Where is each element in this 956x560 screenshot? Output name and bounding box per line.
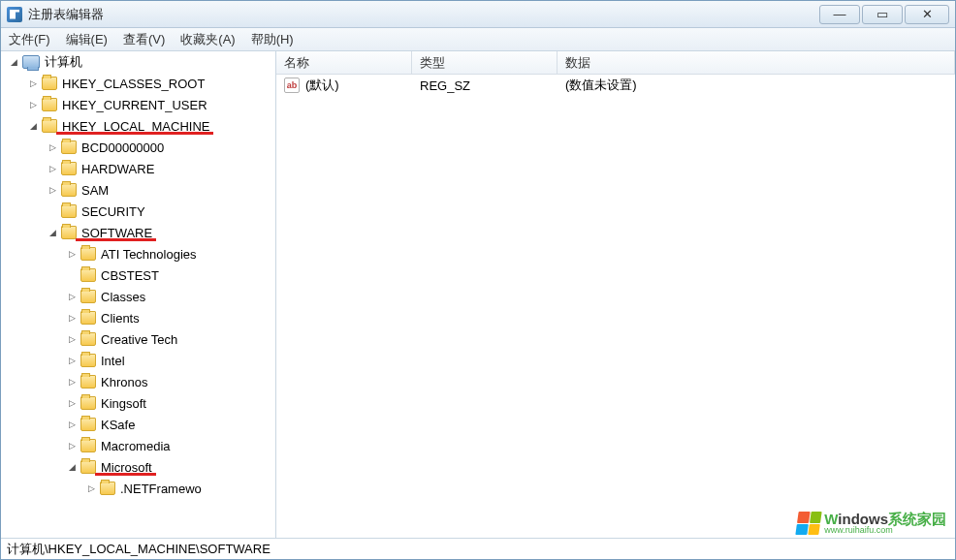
node-label-kingsoft: Kingsoft	[101, 396, 146, 411]
node-label-sam: SAM	[81, 183, 109, 198]
statusbar-path: 计算机\HKEY_LOCAL_MACHINE\SOFTWARE	[7, 541, 271, 558]
tree-node-ati[interactable]: ▷ ATI Technologies	[1, 243, 275, 264]
tree-node-software[interactable]: ◢ SOFTWARE	[1, 222, 275, 243]
expander-open-icon[interactable]: ◢	[26, 119, 40, 133]
folder-icon	[80, 354, 96, 367]
watermark-text: Windows系统家园 www.ruihaifu.com	[824, 512, 946, 535]
folder-icon	[80, 311, 96, 325]
watermark-cn: 系统家园	[888, 511, 946, 527]
tree-node-ksafe[interactable]: ▷ KSafe	[1, 414, 275, 435]
expander-open-icon[interactable]: ◢	[7, 55, 20, 69]
expander-closed-icon[interactable]: ▷	[65, 439, 79, 452]
tree-panel: ◢ 计算机 ▷ HKEY_CLASSES_ROOT ▷ HKEY_CURRENT…	[1, 51, 276, 538]
tree-node-hkcu[interactable]: ▷ HKEY_CURRENT_USER	[1, 94, 275, 115]
expander-closed-icon[interactable]: ▷	[65, 332, 79, 346]
node-label-hklm: HKEY_LOCAL_MACHINE	[62, 119, 209, 134]
folder-icon	[80, 460, 96, 474]
titlebar: 注册表编辑器 — ▭ ✕	[1, 1, 955, 28]
computer-icon	[22, 55, 40, 69]
folder-icon	[80, 332, 96, 346]
folder-icon	[61, 140, 77, 154]
tree-node-khronos[interactable]: ▷ Khronos	[1, 371, 275, 392]
tree-node-sam[interactable]: ▷ SAM	[1, 179, 275, 201]
expander-closed-icon[interactable]: ▷	[65, 375, 79, 389]
folder-icon	[61, 204, 77, 218]
column-header-name[interactable]: 名称	[276, 51, 412, 74]
tree-node-computer[interactable]: ◢ 计算机	[1, 51, 275, 73]
folder-icon	[61, 162, 77, 175]
menu-edit[interactable]: 编辑(E)	[66, 31, 108, 48]
node-label-clients: Clients	[101, 311, 140, 326]
minimize-button[interactable]: —	[819, 5, 860, 24]
tree-scroll[interactable]: ◢ 计算机 ▷ HKEY_CLASSES_ROOT ▷ HKEY_CURRENT…	[1, 51, 275, 538]
folder-icon	[42, 119, 57, 133]
column-header-type[interactable]: 类型	[412, 51, 558, 74]
node-label-ksafe: KSafe	[101, 418, 135, 432]
node-label-cbstest: CBSTEST	[101, 268, 159, 283]
maximize-button[interactable]: ▭	[862, 5, 903, 24]
folder-icon	[42, 98, 57, 111]
menubar: 文件(F) 编辑(E) 查看(V) 收藏夹(A) 帮助(H)	[1, 28, 955, 51]
folder-icon	[80, 375, 96, 389]
folder-icon	[61, 226, 77, 239]
tree-node-cbstest[interactable]: ▷ CBSTEST	[1, 264, 275, 286]
list-row[interactable]: ab (默认) REG_SZ (数值未设置)	[276, 75, 955, 96]
node-label-classes: Classes	[101, 290, 145, 304]
folder-icon	[42, 77, 57, 90]
window-title: 注册表编辑器	[28, 6, 104, 23]
folder-icon	[80, 396, 96, 410]
node-label-bcd: BCD00000000	[81, 140, 164, 155]
expander-closed-icon[interactable]: ▷	[65, 396, 79, 410]
menu-help[interactable]: 帮助(H)	[251, 31, 294, 48]
window-controls: — ▭ ✕	[817, 5, 949, 24]
list-header: 名称 类型 数据	[276, 51, 955, 75]
tree-node-microsoft[interactable]: ◢ Microsoft	[1, 456, 275, 478]
expander-closed-icon[interactable]: ▷	[65, 247, 79, 261]
node-label-netframework: .NETFramewo	[120, 482, 202, 496]
node-label-khronos: Khronos	[101, 375, 147, 389]
expander-open-icon[interactable]: ◢	[65, 460, 79, 474]
tree-node-hardware[interactable]: ▷ HARDWARE	[1, 158, 275, 179]
value-name: (默认)	[305, 77, 339, 94]
node-label-hardware: HARDWARE	[81, 162, 154, 176]
folder-icon	[80, 418, 96, 431]
regedit-app-icon	[7, 7, 22, 22]
expander-closed-icon[interactable]: ▷	[65, 418, 79, 431]
tree-node-hklm[interactable]: ◢ HKEY_LOCAL_MACHINE	[1, 115, 275, 137]
expander-open-icon[interactable]: ◢	[46, 226, 59, 239]
tree-node-kingsoft[interactable]: ▷ Kingsoft	[1, 392, 275, 414]
tree-node-hkcr[interactable]: ▷ HKEY_CLASSES_ROOT	[1, 73, 275, 94]
expander-closed-icon[interactable]: ▷	[84, 482, 98, 495]
tree-node-security[interactable]: ▷ SECURITY	[1, 201, 275, 222]
tree-node-creative[interactable]: ▷ Creative Tech	[1, 328, 275, 350]
node-label-hkcu: HKEY_CURRENT_USER	[62, 98, 207, 112]
tree-node-clients[interactable]: ▷ Clients	[1, 307, 275, 328]
expander-closed-icon[interactable]: ▷	[46, 140, 59, 154]
statusbar: 计算机\HKEY_LOCAL_MACHINE\SOFTWARE	[1, 538, 955, 559]
expander-closed-icon[interactable]: ▷	[65, 290, 79, 303]
tree-node-macromedia[interactable]: ▷ Macromedia	[1, 435, 275, 456]
expander-closed-icon[interactable]: ▷	[65, 311, 79, 325]
tree-node-netframework[interactable]: ▷ .NETFramewo	[1, 478, 275, 499]
folder-icon	[80, 247, 96, 261]
watermark-url: www.ruihaifu.com	[824, 526, 946, 535]
expander-closed-icon[interactable]: ▷	[26, 77, 40, 90]
cell-name: ab (默认)	[276, 77, 412, 94]
cell-data: (数值未设置)	[558, 77, 955, 94]
tree-node-classes[interactable]: ▷ Classes	[1, 286, 275, 307]
expander-closed-icon[interactable]: ▷	[65, 354, 79, 367]
node-label-hkcr: HKEY_CLASSES_ROOT	[62, 77, 205, 91]
node-label-security: SECURITY	[81, 204, 145, 219]
tree-node-bcd[interactable]: ▷ BCD00000000	[1, 137, 275, 158]
tree-node-intel[interactable]: ▷ Intel	[1, 350, 275, 371]
expander-closed-icon[interactable]: ▷	[46, 183, 59, 197]
menu-favorites[interactable]: 收藏夹(A)	[180, 31, 235, 48]
close-button[interactable]: ✕	[905, 5, 949, 24]
menu-file[interactable]: 文件(F)	[9, 31, 50, 48]
menu-view[interactable]: 查看(V)	[123, 31, 165, 48]
node-label-ati: ATI Technologies	[101, 247, 197, 262]
expander-closed-icon[interactable]: ▷	[26, 98, 40, 111]
column-header-data[interactable]: 数据	[558, 51, 955, 74]
expander-closed-icon[interactable]: ▷	[46, 162, 59, 175]
windows-flag-icon	[796, 512, 822, 535]
